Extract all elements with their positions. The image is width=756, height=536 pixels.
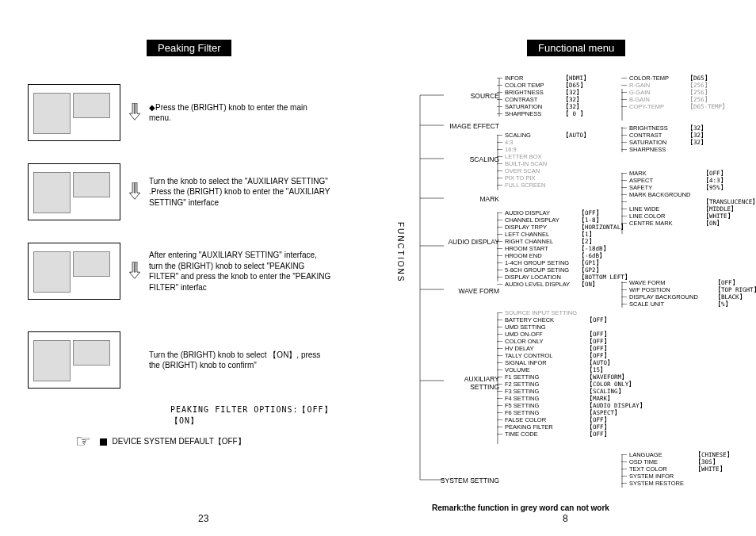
screen-thumb-3: [28, 243, 120, 300]
functional-menu-title: Functional menu: [527, 40, 625, 56]
cat-source: SOURCE: [436, 93, 499, 100]
page-number-right: 8: [563, 513, 568, 524]
options-title: PEAKING FILTER OPTIONS:【OFF】 【ON】: [170, 404, 361, 427]
hand-point-icon: ☞: [75, 431, 91, 451]
screen-thumb-1: [28, 84, 120, 141]
cat-audio: AUDIO DISPLAY: [436, 238, 499, 246]
step2-text: Turn the knob to select the "AUXILIARY S…: [149, 176, 331, 209]
remark-text: Remark:the function in grey word can not…: [432, 503, 609, 512]
default-text: DEVICE SYSTEM DEFAULT【OFF】: [113, 437, 246, 446]
step1-text: ◆Press the (BRIGHT) knob to enter the ma…: [149, 102, 331, 124]
cat-mark: MARK: [436, 196, 499, 203]
cat-imageeffect: IMAGE EFFECT: [436, 123, 499, 130]
bullet-icon: [100, 438, 107, 446]
page-number-left: 23: [198, 513, 208, 524]
step3-text: After entering "AUXILIARY SETTING" inter…: [149, 250, 331, 293]
arrow-down-icon: [128, 182, 141, 201]
step4-text: Turn the (BRIGHT) knob to select 【ON】, p…: [149, 350, 331, 371]
cat-waveform: WAVE FORM: [436, 288, 499, 295]
screen-thumb-4: [28, 331, 120, 389]
screen-thumb-2: [28, 163, 120, 220]
arrow-down-icon: [128, 103, 141, 122]
arrow-down-icon: [128, 262, 141, 281]
functions-label: FUNCTIONS: [396, 222, 405, 282]
peaking-filter-title: Peaking Filter: [147, 40, 231, 56]
cat-system: SYSTEM SETTING: [436, 477, 499, 484]
cat-aux: AUXILIARY SETTING: [436, 375, 499, 391]
cat-scaling: SCALING: [436, 156, 499, 163]
